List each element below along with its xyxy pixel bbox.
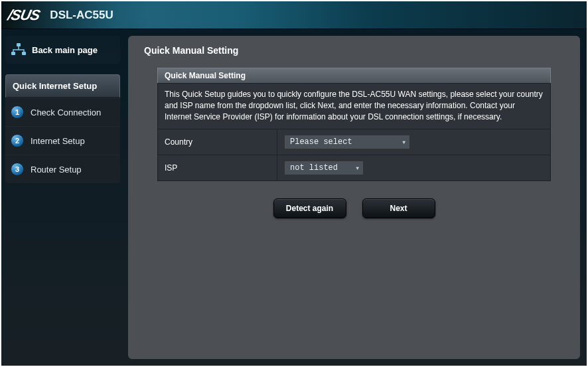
step-check-connection[interactable]: 1 Check Connection: [5, 98, 120, 126]
body: Back main page Quick Internet Setup 1 Ch…: [1, 29, 587, 366]
inner-panel: Quick Manual Setting This Quick Setup gu…: [157, 68, 551, 218]
page-title: Quick Manual Setting: [144, 45, 571, 56]
detect-again-button[interactable]: Detect again: [273, 198, 346, 218]
step-router-setup[interactable]: 3 Router Setup: [5, 155, 120, 183]
description-text: This Quick Setup guides you to quickly c…: [157, 83, 551, 129]
chevron-down-icon: ▼: [402, 139, 405, 145]
main-content: Quick Manual Setting Quick Manual Settin…: [124, 29, 587, 366]
form-table: Country Please select ▼ ISP: [157, 129, 551, 181]
svg-rect-1: [11, 52, 15, 55]
app-window: /SUS DSL-AC55U Back main page Quick Inte…: [1, 1, 587, 366]
steps-list: 1 Check Connection 2 Internet Setup 3 Ro…: [5, 98, 120, 183]
step-internet-setup[interactable]: 2 Internet Setup: [5, 126, 120, 155]
back-main-page-button[interactable]: Back main page: [5, 36, 120, 64]
brand-logo: /SUS: [6, 7, 41, 24]
step-label: Router Setup: [31, 165, 82, 175]
country-select[interactable]: Please select ▼: [284, 135, 410, 149]
isp-row: ISP not listed ▼: [158, 155, 551, 181]
sidebar: Back main page Quick Internet Setup 1 Ch…: [1, 29, 124, 366]
isp-value: not listed: [290, 163, 338, 173]
country-row: Country Please select ▼: [158, 129, 551, 155]
step-number-icon: 2: [11, 134, 24, 147]
step-label: Check Connection: [31, 108, 101, 117]
svg-rect-2: [22, 52, 26, 55]
next-button[interactable]: Next: [362, 198, 435, 218]
svg-rect-0: [17, 43, 21, 46]
step-label: Internet Setup: [31, 136, 85, 146]
action-buttons: Detect again Next: [157, 198, 551, 218]
settings-panel: Quick Manual Setting Quick Manual Settin…: [128, 36, 580, 359]
inner-panel-title: Quick Manual Setting: [157, 68, 551, 83]
country-value: Please select: [290, 137, 352, 147]
isp-label: ISP: [158, 155, 277, 181]
isp-select[interactable]: not listed ▼: [284, 161, 364, 175]
step-number-icon: 1: [11, 106, 24, 119]
country-label: Country: [158, 129, 277, 155]
setup-title: Quick Internet Setup: [5, 74, 120, 98]
back-label: Back main page: [32, 45, 98, 55]
model-name: DSL-AC55U: [50, 9, 113, 22]
step-number-icon: 3: [11, 163, 24, 176]
sitemap-icon: [11, 43, 27, 56]
header: /SUS DSL-AC55U: [1, 1, 587, 29]
chevron-down-icon: ▼: [356, 165, 359, 171]
